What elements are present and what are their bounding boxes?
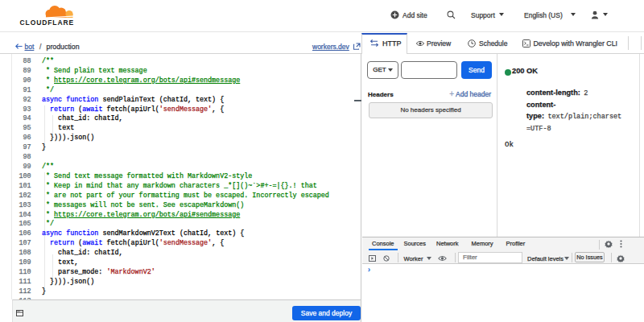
svg-text:CLOUDFLARE: CLOUDFLARE xyxy=(20,19,75,27)
